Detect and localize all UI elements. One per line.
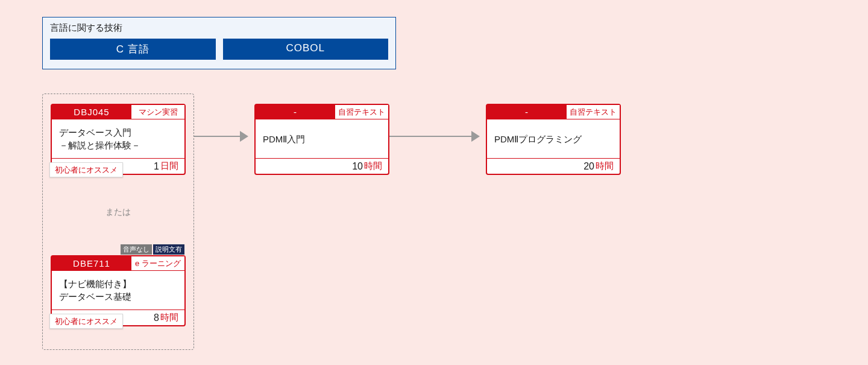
flow-arrow-1	[194, 136, 247, 137]
duration-number: 20	[583, 161, 594, 172]
duration-unit: 時間	[364, 160, 382, 172]
tab-cobol[interactable]: COBOL	[223, 39, 389, 60]
card-type-tag: 自習テキスト	[567, 105, 620, 119]
diagram-canvas: { "header": { "title": "言語に関する技術", "tabs…	[0, 0, 868, 365]
card-duration: 1 日間 初心者にオススメ	[52, 158, 184, 174]
card-code: DBJ045	[52, 105, 131, 119]
card-head: DBJ045 マシン実習	[52, 105, 184, 119]
card-title: 【ナビ機能付き】 データベース基礎	[52, 271, 184, 309]
duration-number: 8	[154, 313, 159, 323]
card-type-tag: e ラーニング	[131, 256, 184, 271]
card-title: PDMⅡ入門	[256, 119, 388, 158]
duration-number: 1	[154, 161, 159, 172]
course-card-pdm2-intro[interactable]: - 自習テキスト PDMⅡ入門 10 時間	[254, 104, 389, 175]
card-title: データベース入門 －解説と操作体験－	[52, 119, 184, 158]
card-code: -	[487, 105, 567, 119]
flow-arrow-2	[389, 136, 479, 137]
duration-number: 10	[352, 161, 363, 172]
duration-unit: 日間	[160, 160, 178, 172]
duration-unit: 時間	[596, 160, 614, 172]
duration-unit: 時間	[160, 312, 178, 323]
or-label: または	[105, 207, 131, 218]
course-card-dbj045[interactable]: DBJ045 マシン実習 データベース入門 －解説と操作体験－ 1 日間 初心者…	[51, 104, 186, 175]
card-code: DBE711	[52, 256, 131, 271]
card-type-tag: 自習テキスト	[335, 105, 388, 119]
card-head: - 自習テキスト	[256, 105, 388, 119]
card-duration: 20 時間	[487, 158, 620, 174]
header-title: 言語に関する技術	[50, 22, 388, 34]
card-head: - 自習テキスト	[487, 105, 620, 119]
mini-tags: 音声なし 説明文有	[121, 244, 184, 255]
course-card-pdm2-programming[interactable]: - 自習テキスト PDMⅡプログラミング 20 時間	[486, 104, 621, 175]
card-head: DBE711 e ラーニング	[52, 256, 184, 271]
mini-tag-has-text: 説明文有	[153, 244, 184, 255]
recommend-badge: 初心者にオススメ	[49, 314, 123, 329]
card-title: PDMⅡプログラミング	[487, 119, 620, 158]
card-code: -	[256, 105, 335, 119]
recommend-badge: 初心者にオススメ	[49, 162, 123, 177]
card-duration: 10 時間	[256, 158, 388, 174]
card-duration: 8 時間 初心者にオススメ	[52, 309, 184, 325]
mini-tag-no-audio: 音声なし	[121, 244, 152, 255]
header-tabs: C 言語 COBOL	[50, 39, 388, 60]
language-skills-header: 言語に関する技術 C 言語 COBOL	[42, 17, 396, 69]
card-type-tag: マシン実習	[131, 105, 184, 119]
tab-c-language[interactable]: C 言語	[50, 39, 216, 60]
course-card-dbe711[interactable]: 音声なし 説明文有 DBE711 e ラーニング 【ナビ機能付き】 データベース…	[51, 255, 186, 326]
